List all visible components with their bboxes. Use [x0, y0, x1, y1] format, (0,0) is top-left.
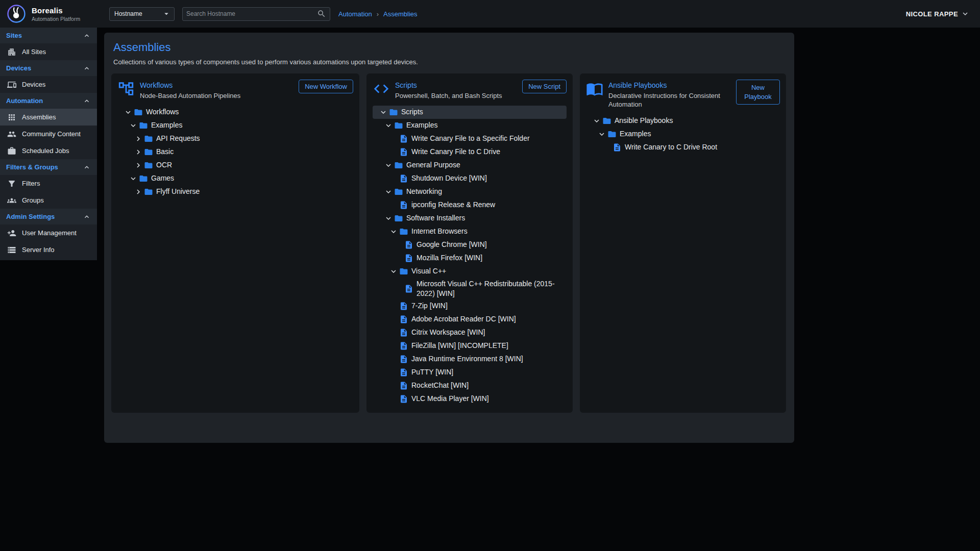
tree-folder-flyff-universe[interactable]: Flyff Universe	[117, 185, 353, 198]
chevron-down-icon[interactable]	[389, 267, 398, 276]
chevron-down-icon[interactable]	[592, 116, 601, 126]
chevron-down-icon[interactable]	[129, 174, 138, 183]
chevron-right-icon[interactable]	[134, 147, 143, 157]
sidebar-section-admin-settings[interactable]: Admin Settings	[0, 209, 97, 224]
sidebar-item-label: All Sites	[22, 48, 46, 56]
folder-icon	[139, 121, 148, 130]
tree-folder-general-purpose[interactable]: General Purpose	[373, 159, 567, 172]
tree-file-adobe-acrobat-reader-dc-win[interactable]: Adobe Acrobat Reader DC [WIN]	[373, 313, 567, 326]
tree-file-java-runtime-environment-8-win[interactable]: Java Runtime Environment 8 [WIN]	[373, 353, 567, 366]
tree-folder-examples[interactable]: Examples	[373, 119, 567, 132]
tree-file-7-zip-win[interactable]: 7-Zip [WIN]	[373, 299, 567, 313]
tree-item-label: Write Canary to C Drive Root	[625, 141, 717, 153]
tree-file-vlc-media-player-win[interactable]: VLC Media Player [WIN]	[373, 392, 567, 406]
chevron-down-icon[interactable]	[597, 130, 606, 139]
tree-file-shutdown-device-win[interactable]: Shutdown Device [WIN]	[373, 172, 567, 185]
tree-item-label: Adobe Acrobat Reader DC [WIN]	[411, 313, 516, 325]
tree-file-filezilla-win-incomplete[interactable]: FileZilla [WIN] [INCOMPLETE]	[373, 339, 567, 353]
tree-folder-networking[interactable]: Networking	[373, 185, 567, 198]
chevron-down-icon[interactable]	[389, 227, 398, 236]
scripts-card-header: Scripts Powershell, Batch, and Bash Scri…	[373, 80, 567, 101]
tree-item-label: Games	[151, 172, 174, 184]
tree-item-label: RocketChat [WIN]	[411, 380, 469, 391]
tree-item-label: Basic	[156, 146, 174, 158]
tree-item-label: Shutdown Device [WIN]	[411, 172, 487, 184]
ansible-card-title[interactable]: Ansible Playbooks	[608, 81, 731, 89]
scripts-card-title[interactable]: Scripts	[395, 81, 517, 89]
tree-file-mozilla-firefox-win[interactable]: Mozilla Firefox [WIN]	[373, 252, 567, 265]
building-icon	[7, 47, 16, 57]
sidebar-section-filters-groups[interactable]: Filters & Groups	[0, 159, 97, 175]
file-icon	[399, 341, 408, 350]
tree-folder-ocr[interactable]: OCR	[117, 159, 353, 172]
chevron-down-icon[interactable]	[384, 214, 393, 223]
tree-file-write-canary-file-to-a-specific-folder[interactable]: Write Canary File to a Specific Folder	[373, 132, 567, 145]
tree-folder-software-installers[interactable]: Software Installers	[373, 212, 567, 225]
sidebar-item-label: User Management	[22, 229, 77, 237]
tree-folder-basic[interactable]: Basic	[117, 145, 353, 159]
user-menu[interactable]: NICOLE RAPPE	[906, 9, 970, 18]
tree-file-ipconfig-release-renew[interactable]: ipconfig Release & Renew	[373, 198, 567, 212]
tree-folder-workflows[interactable]: Workflows	[117, 106, 353, 119]
breadcrumb-assemblies[interactable]: Assemblies	[383, 10, 417, 18]
sidebar-item-label: Scheduled Jobs	[22, 147, 69, 155]
tree-folder-examples[interactable]: Examples	[117, 119, 353, 132]
workflows-card-title[interactable]: Workflows	[140, 81, 293, 89]
sidebar-item-all-sites[interactable]: All Sites	[0, 43, 97, 60]
chevron-up-icon	[83, 32, 91, 40]
tree-folder-api-requests[interactable]: API Requests	[117, 132, 353, 145]
tree-item-label: Software Installers	[406, 212, 465, 224]
tree-file-putty-win[interactable]: PuTTY [WIN]	[373, 366, 567, 379]
tree-folder-scripts[interactable]: Scripts	[373, 106, 567, 119]
sidebar-item-server-info[interactable]: Server Info	[0, 241, 97, 258]
search-icon[interactable]	[317, 9, 326, 18]
tree-item-label: Citrix Workspace [WIN]	[411, 327, 485, 338]
new-workflow-button[interactable]: New Workflow	[299, 80, 353, 93]
chevron-right-icon[interactable]	[134, 134, 143, 143]
tree-folder-examples[interactable]: Examples	[586, 128, 780, 141]
assemblies-panel: Assemblies Collections of various types …	[104, 33, 794, 443]
new-script-button[interactable]: New Script	[522, 80, 567, 93]
chevron-down-icon[interactable]	[129, 121, 138, 130]
chevron-right-icon[interactable]	[134, 161, 143, 170]
sidebar-section-automation[interactable]: Automation	[0, 93, 97, 109]
brand-subtitle: Automation Platform	[32, 16, 80, 22]
page-title: Assemblies	[113, 41, 787, 54]
sidebar-item-groups[interactable]: Groups	[0, 192, 97, 209]
tree-folder-internet-browsers[interactable]: Internet Browsers	[373, 225, 567, 238]
sidebar-item-assemblies[interactable]: Assemblies	[0, 109, 97, 126]
chevron-down-icon[interactable]	[384, 161, 393, 170]
new-playbook-button[interactable]: New Playbook	[736, 80, 780, 105]
chevron-down-icon[interactable]	[124, 108, 133, 117]
tree-file-write-canary-file-to-c-drive[interactable]: Write Canary File to C Drive	[373, 145, 567, 159]
search-input[interactable]	[186, 10, 317, 17]
sidebar-item-devices[interactable]: Devices	[0, 76, 97, 93]
file-icon	[399, 328, 408, 337]
breadcrumb-automation[interactable]: Automation	[338, 10, 372, 18]
tree-file-rocketchat-win[interactable]: RocketChat [WIN]	[373, 379, 567, 392]
file-icon	[399, 368, 408, 377]
tree-folder-visual-c[interactable]: Visual C++	[373, 265, 567, 278]
sidebar-item-scheduled-jobs[interactable]: Scheduled Jobs	[0, 142, 97, 159]
sidebar-section-devices[interactable]: Devices	[0, 60, 97, 76]
sidebar-item-user-management[interactable]: User Management	[0, 224, 97, 241]
sidebar-item-filters[interactable]: Filters	[0, 175, 97, 192]
tree-file-google-chrome-win[interactable]: Google Chrome [WIN]	[373, 238, 567, 252]
chevron-down-icon[interactable]	[384, 187, 393, 196]
tree-folder-games[interactable]: Games	[117, 172, 353, 185]
chevron-down-icon[interactable]	[379, 108, 388, 117]
hostname-select[interactable]: Hostname	[109, 7, 175, 21]
tree-file-citrix-workspace-win[interactable]: Citrix Workspace [WIN]	[373, 326, 567, 339]
chevron-down-icon[interactable]	[384, 121, 393, 130]
sidebar-item-label: Devices	[22, 81, 45, 88]
tree-folder-ansible-playbooks[interactable]: Ansible Playbooks	[586, 114, 780, 128]
tree-file-microsoft-visual-c-redistributable-2015-2022-win[interactable]: Microsoft Visual C++ Redistributable (20…	[373, 278, 567, 299]
sidebar-item-community-content[interactable]: Community Content	[0, 126, 97, 142]
sidebar-section-sites[interactable]: Sites	[0, 28, 97, 43]
file-icon	[404, 284, 413, 293]
hostname-select-value: Hostname	[114, 10, 142, 17]
chevron-up-icon	[83, 64, 91, 72]
chevron-right-icon[interactable]	[134, 187, 143, 196]
cards-row: Workflows Node-Based Automation Pipeline…	[111, 73, 787, 413]
tree-file-write-canary-to-c-drive-root[interactable]: Write Canary to C Drive Root	[586, 141, 780, 154]
